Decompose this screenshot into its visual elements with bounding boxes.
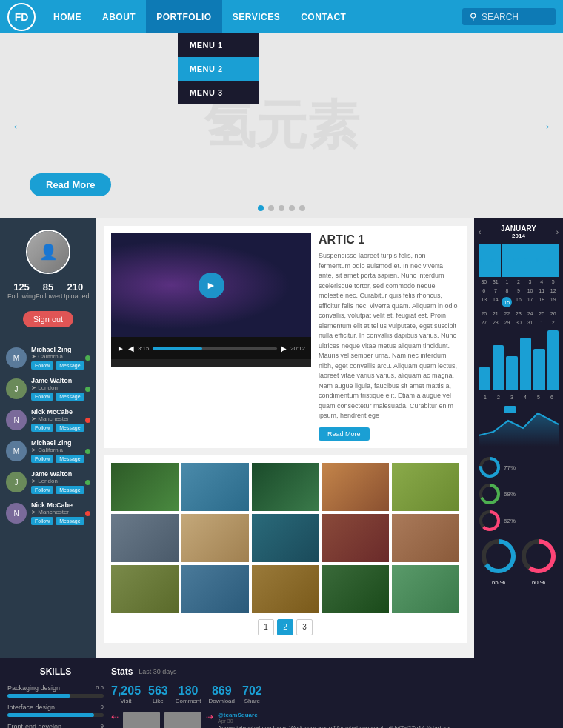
post-prev-arrow[interactable]: ⇠ <box>111 712 119 722</box>
calendar-day[interactable]: 19 <box>547 295 559 309</box>
logo[interactable]: FD <box>7 3 36 31</box>
calendar-day[interactable]: 7 <box>490 287 502 295</box>
gallery-item[interactable] <box>111 565 179 613</box>
nav-services[interactable]: SERVICES <box>222 0 290 33</box>
svg-rect-1 <box>504 406 516 413</box>
calendar-day[interactable]: 23 <box>513 310 524 318</box>
dropdown-item-3[interactable]: MENU 3 <box>178 81 259 104</box>
post-next-arrow[interactable]: ⇢ <box>206 712 213 722</box>
calendar-day[interactable]: 11 <box>536 287 547 295</box>
calendar-day[interactable]: 1 <box>536 318 547 327</box>
video-play-icon[interactable]: ► <box>117 344 124 353</box>
friend-follow-button[interactable]: Follow <box>31 424 53 432</box>
page-button-2[interactable]: 2 <box>277 619 293 635</box>
play-button[interactable]: ► <box>199 273 224 298</box>
hero-dot-4[interactable] <box>289 205 295 211</box>
calendar-day[interactable]: 10 <box>524 287 536 295</box>
gallery-item[interactable] <box>252 565 319 613</box>
calendar-day[interactable]: 16 <box>513 295 524 309</box>
gallery-item[interactable] <box>252 514 319 562</box>
skills-panel: SKILLS Packaging design 6.5 Interface de… <box>7 667 104 729</box>
calendar-day[interactable]: 14 <box>490 295 502 309</box>
calendar-day[interactable]: 12 <box>547 287 559 295</box>
gallery-item[interactable] <box>322 565 389 613</box>
calendar-day[interactable]: 1 <box>502 278 513 286</box>
video-progress-bar[interactable] <box>153 347 276 350</box>
calendar-next[interactable]: › <box>556 228 559 236</box>
video-next-icon[interactable]: ▶ <box>281 344 287 353</box>
nav-portfolio[interactable]: PORTFOLIO <box>146 0 222 33</box>
gallery-item[interactable] <box>322 463 389 511</box>
calendar-day[interactable]: 26 <box>547 310 559 318</box>
calendar-day[interactable]: 9 <box>513 287 524 295</box>
nav-contact[interactable]: CONTACT <box>290 0 356 33</box>
calendar-day[interactable]: 2 <box>547 318 559 327</box>
friend-actions: Follow Message <box>31 517 81 525</box>
friend-message-button[interactable]: Message <box>56 424 84 432</box>
article-read-more[interactable]: Read More <box>319 427 370 441</box>
calendar-day[interactable]: 24 <box>524 310 536 318</box>
gallery-item[interactable] <box>181 565 249 613</box>
calendar-day[interactable]: 22 <box>502 310 513 318</box>
calendar-day[interactable]: 27 <box>479 318 490 327</box>
hero-dot-2[interactable] <box>268 205 274 211</box>
video-prev-icon[interactable]: ◀ <box>128 344 134 353</box>
friend-follow-button[interactable]: Follow <box>31 486 53 494</box>
calendar-day[interactable]: 8 <box>502 287 513 295</box>
friend-follow-button[interactable]: Follow <box>31 517 53 525</box>
calendar-prev[interactable]: ‹ <box>479 228 481 236</box>
dropdown-item-2[interactable]: MENU 2 <box>178 57 259 81</box>
gallery-item[interactable] <box>181 463 249 511</box>
gallery-item[interactable] <box>252 463 319 511</box>
hero-next-button[interactable]: → <box>537 118 552 135</box>
gallery-item[interactable] <box>181 514 249 562</box>
friend-message-button[interactable]: Message <box>56 393 84 401</box>
calendar-day[interactable]: 2 <box>513 278 524 286</box>
calendar-day[interactable]: 3 <box>524 278 536 286</box>
calendar-day[interactable]: 28 <box>490 318 502 327</box>
calendar-day[interactable]: 31 <box>524 318 536 327</box>
calendar-day[interactable]: 29 <box>502 318 513 327</box>
read-more-button[interactable]: Read More <box>30 173 111 196</box>
signout-button[interactable]: Sign out <box>23 311 73 327</box>
calendar-day[interactable]: 25 <box>536 310 547 318</box>
big-donut-label: 60 % <box>520 579 557 586</box>
nav-about[interactable]: ABOUT <box>92 0 146 33</box>
friend-message-button[interactable]: Message <box>56 486 84 494</box>
calendar-day[interactable]: 15 <box>502 295 513 309</box>
calendar-day[interactable]: 21 <box>490 310 502 318</box>
dropdown-item-1[interactable]: MENU 1 <box>178 33 259 57</box>
gallery-item[interactable] <box>392 514 459 562</box>
hero-dot-1[interactable] <box>258 205 264 211</box>
gallery-item[interactable] <box>322 514 389 562</box>
calendar-day[interactable]: 30 <box>513 318 524 327</box>
calendar-day[interactable]: 17 <box>524 295 536 309</box>
friend-follow-button[interactable]: Follow <box>31 455 53 463</box>
calendar-title: JANUARY <box>501 224 536 233</box>
search-input[interactable] <box>482 12 548 22</box>
calendar-day[interactable]: 13 <box>479 295 490 309</box>
page-button-3[interactable]: 3 <box>296 619 313 635</box>
friend-message-button[interactable]: Message <box>56 517 84 525</box>
friend-follow-button[interactable]: Follow <box>31 361 53 370</box>
calendar-day[interactable]: 31 <box>490 278 502 286</box>
calendar-day[interactable]: 30 <box>479 278 490 286</box>
page-button-1[interactable]: 1 <box>258 619 274 635</box>
calendar-day[interactable]: 18 <box>536 295 547 309</box>
hero-prev-button[interactable]: ← <box>11 118 26 135</box>
calendar-day[interactable]: 20 <box>479 310 490 318</box>
gallery-item[interactable] <box>392 565 459 613</box>
gallery-item[interactable] <box>392 463 459 511</box>
hero-dot-5[interactable] <box>299 205 305 211</box>
friend-follow-button[interactable]: Follow <box>31 393 53 401</box>
calendar-day[interactable]: 6 <box>479 287 490 295</box>
hero-dot-3[interactable] <box>279 205 284 211</box>
friend-message-button[interactable]: Message <box>56 455 84 463</box>
stat-block: 180 Comment <box>176 684 201 704</box>
calendar-day[interactable]: 5 <box>547 278 559 286</box>
friend-message-button[interactable]: Message <box>56 361 84 370</box>
gallery-item[interactable] <box>111 463 179 511</box>
nav-home[interactable]: HOME <box>43 0 92 33</box>
calendar-day[interactable]: 4 <box>536 278 547 286</box>
gallery-item[interactable] <box>111 514 179 562</box>
